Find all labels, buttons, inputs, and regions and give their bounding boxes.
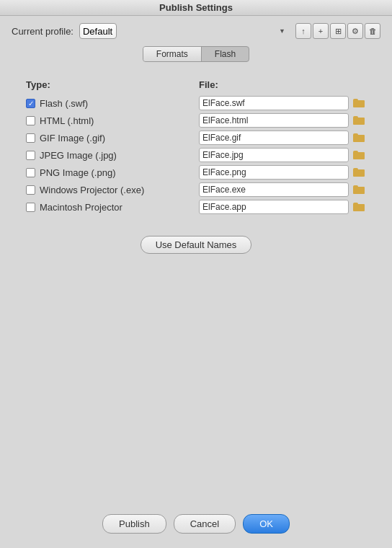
window-title: Publish Settings [159,2,233,13]
file-row: HTML (.html) [26,113,366,128]
title-bar: Publish Settings [0,0,392,16]
type-label-6: Macintosh Projector [40,202,122,213]
bottom-bar: Publish Cancel OK [12,505,380,539]
profile-row: Current profile: Default ↑ + ⊞ ⚙ 🗑 [12,23,380,39]
file-row: Macintosh Projector [26,200,366,214]
folder-icon-4 [353,168,365,177]
tab-flash[interactable]: Flash [202,47,249,61]
checkbox-4[interactable] [26,168,35,177]
file-input-wrap-0 [199,96,366,110]
ok-button[interactable]: OK [243,514,290,534]
section-headers: Type: File: [26,79,366,90]
file-input-2[interactable] [199,131,349,145]
file-input-wrap-1 [199,113,366,128]
browse-button-0[interactable] [352,96,366,110]
file-row-type-0: ✓Flash (.swf) [26,98,195,109]
folder-icon-6 [353,203,365,211]
checkbox-1[interactable] [26,116,35,125]
type-label-1: HTML (.html) [40,115,94,126]
default-names-wrap: Use Default Names [26,236,366,254]
file-input-5[interactable] [199,182,349,197]
file-input-1[interactable] [199,113,349,128]
browse-button-4[interactable] [352,165,366,180]
file-input-wrap-4 [199,165,366,180]
browse-button-2[interactable] [352,131,366,145]
file-row: PNG Image (.png) [26,165,366,180]
file-input-wrap-3 [199,148,366,162]
checkbox-3[interactable] [26,151,35,160]
default-names-button[interactable]: Use Default Names [141,236,252,254]
type-label-4: PNG Image (.png) [40,167,116,178]
file-row-type-2: GIF Image (.gif) [26,133,195,143]
tab-formats[interactable]: Formats [143,47,201,61]
checkbox-0[interactable]: ✓ [26,99,35,108]
type-label-5: Windows Projector (.exe) [40,185,144,195]
file-rows: ✓Flash (.swf)HTML (.html)GIF Image (.gif… [26,96,366,214]
profile-select-wrap: Default [79,23,290,39]
file-row-type-6: Macintosh Projector [26,202,195,213]
folder-icon-0 [353,99,365,107]
file-row: JPEG Image (.jpg) [26,148,366,162]
col-file-header: File: [199,79,366,90]
folder-icon-2 [353,133,365,142]
file-row: Windows Projector (.exe) [26,182,366,197]
profile-label: Current profile: [12,26,74,37]
folder-icon-1 [353,116,365,125]
tabs-row: Formats Flash [12,46,380,62]
file-input-wrap-2 [199,131,366,145]
file-input-3[interactable] [199,148,349,162]
profile-select[interactable]: Default [79,23,117,39]
publish-button[interactable]: Publish [102,514,166,534]
delete-icon[interactable]: 🗑 [365,23,380,39]
checkbox-2[interactable] [26,133,35,143]
browse-button-1[interactable] [352,113,366,128]
checkbox-6[interactable] [26,203,35,212]
file-input-6[interactable] [199,200,349,214]
browse-button-6[interactable] [352,200,366,214]
browse-button-3[interactable] [352,148,366,162]
file-input-0[interactable] [199,96,349,110]
file-row-type-5: Windows Projector (.exe) [26,185,195,195]
file-row: ✓Flash (.swf) [26,96,366,110]
file-input-4[interactable] [199,165,349,180]
folder-icon-5 [353,185,365,194]
add-icon[interactable]: + [313,23,329,39]
type-label-2: GIF Image (.gif) [40,133,105,143]
dialog: Current profile: Default ↑ + ⊞ ⚙ 🗑 Forma… [0,16,392,548]
type-label-3: JPEG Image (.jpg) [40,150,117,161]
file-row: GIF Image (.gif) [26,131,366,145]
file-row-type-4: PNG Image (.png) [26,167,195,178]
type-label-0: Flash (.swf) [40,98,88,109]
duplicate-icon[interactable]: ⊞ [330,23,346,39]
file-row-type-3: JPEG Image (.jpg) [26,150,195,161]
upload-icon[interactable]: ↑ [295,23,311,39]
toolbar-icons: ↑ + ⊞ ⚙ 🗑 [295,23,380,39]
cancel-button[interactable]: Cancel [174,514,236,534]
col-type-header: Type: [26,79,199,90]
file-input-wrap-6 [199,200,366,214]
file-row-type-1: HTML (.html) [26,115,195,126]
tab-group: Formats Flash [143,46,249,62]
content-area: Type: File: ✓Flash (.swf)HTML (.html)GIF… [12,68,380,505]
browse-button-5[interactable] [352,182,366,197]
checkbox-5[interactable] [26,185,35,195]
folder-icon-3 [353,151,365,159]
settings-icon[interactable]: ⚙ [347,23,363,39]
file-input-wrap-5 [199,182,366,197]
